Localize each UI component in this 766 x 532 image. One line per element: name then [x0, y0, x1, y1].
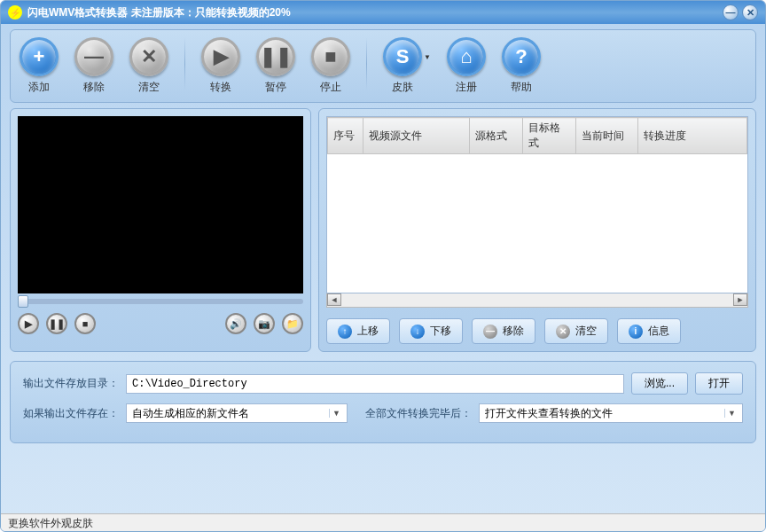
minus-icon: — — [483, 325, 497, 339]
help-button[interactable]: ?帮助 — [502, 37, 541, 95]
col-index[interactable]: 序号 — [328, 118, 363, 154]
after-convert-combo[interactable]: 打开文件夹查看转换的文件 ▼ — [479, 403, 743, 423]
play-icon: ▶ — [201, 37, 240, 76]
seek-slider[interactable] — [18, 299, 303, 304]
preview-stop-button[interactable]: ■ — [74, 313, 96, 334]
minimize-button[interactable]: — — [723, 4, 739, 20]
app-icon: ⚡ — [8, 5, 22, 20]
col-dstfmt[interactable]: 目标格式 — [523, 118, 576, 154]
info-button[interactable]: i信息 — [617, 318, 681, 344]
home-icon: ⌂ — [447, 37, 486, 76]
snapshot-button[interactable]: 📷 — [254, 313, 275, 334]
file-list-panel: 序号 视频源文件 源格式 目标格式 当前时间 转换进度 ◄ ► ↑上移 ↓下移 … — [318, 108, 756, 352]
output-dir-input[interactable] — [126, 374, 624, 394]
x-icon: ✕ — [129, 37, 168, 76]
x-icon: ✕ — [556, 325, 570, 339]
list-remove-button[interactable]: —移除 — [472, 318, 535, 344]
pause-icon: ❚❚ — [256, 37, 295, 76]
open-button[interactable]: 打开 — [695, 372, 743, 395]
output-dir-label: 输出文件存放目录： — [23, 376, 119, 391]
browse-button[interactable]: 浏览... — [631, 372, 688, 395]
question-icon: ? — [502, 37, 541, 76]
move-down-button[interactable]: ↓下移 — [399, 318, 463, 344]
arrow-up-icon: ↑ — [338, 325, 352, 339]
convert-button[interactable]: ▶转换 — [201, 37, 240, 95]
video-preview — [18, 116, 303, 293]
arrow-down-icon: ↓ — [410, 325, 425, 339]
separator — [184, 37, 185, 90]
plus-icon: + — [20, 37, 59, 76]
titlebar: ⚡ 闪电WMV格式转换器 未注册版本：只能转换视频的20% — ✕ — [1, 1, 765, 24]
output-settings-panel: 输出文件存放目录： 浏览... 打开 如果输出文件存在： 自动生成相应的新文件名… — [10, 361, 756, 443]
clear-button[interactable]: ✕清空 — [129, 37, 168, 95]
horizontal-scrollbar[interactable]: ◄ ► — [326, 293, 748, 308]
separator — [366, 37, 367, 90]
remove-button[interactable]: —移除 — [74, 37, 113, 95]
volume-button[interactable]: 🔊 — [225, 313, 246, 334]
minus-icon: — — [74, 37, 113, 76]
col-progress[interactable]: 转换进度 — [638, 118, 747, 154]
stop-icon: ■ — [311, 37, 350, 76]
window-title: 闪电WMV格式转换器 未注册版本：只能转换视频的20% — [27, 5, 291, 20]
preview-pause-button[interactable]: ❚❚ — [46, 313, 67, 334]
add-button[interactable]: +添加 — [20, 37, 59, 95]
file-exists-combo[interactable]: 自动生成相应的新文件名 ▼ — [126, 403, 348, 423]
seek-thumb[interactable] — [18, 295, 28, 308]
list-clear-button[interactable]: ✕清空 — [544, 318, 608, 344]
chevron-down-icon: ▼ — [724, 409, 739, 418]
close-button[interactable]: ✕ — [742, 4, 758, 20]
file-table[interactable]: 序号 视频源文件 源格式 目标格式 当前时间 转换进度 — [326, 116, 748, 293]
main-toolbar: +添加 —移除 ✕清空 ▶转换 ❚❚暂停 ■停止 S皮肤 ▼ ⌂注册 ?帮助 — [10, 29, 756, 103]
after-convert-label: 全部文件转换完毕后： — [365, 406, 472, 421]
preview-panel: ▶ ❚❚ ■ 🔊 📷 📁 — [10, 108, 311, 352]
file-exists-label: 如果输出文件存在： — [23, 406, 119, 421]
skin-button[interactable]: S皮肤 — [383, 37, 422, 95]
scroll-left-arrow[interactable]: ◄ — [327, 293, 341, 306]
register-button[interactable]: ⌂注册 — [447, 37, 486, 95]
skin-icon: S — [383, 37, 422, 76]
statusbar: 更换软件外观皮肤 — [1, 513, 765, 531]
skin-dropdown-arrow[interactable]: ▼ — [424, 53, 431, 61]
col-source[interactable]: 视频源文件 — [363, 118, 470, 154]
preview-play-button[interactable]: ▶ — [18, 313, 39, 334]
pause-button[interactable]: ❚❚暂停 — [256, 37, 295, 95]
move-up-button[interactable]: ↑上移 — [326, 318, 390, 344]
info-icon: i — [629, 325, 643, 339]
col-srcfmt[interactable]: 源格式 — [470, 118, 523, 154]
chevron-down-icon: ▼ — [329, 409, 343, 418]
scroll-right-arrow[interactable]: ► — [733, 293, 747, 306]
folder-button[interactable]: 📁 — [282, 313, 303, 334]
col-time[interactable]: 当前时间 — [576, 118, 638, 154]
stop-button[interactable]: ■停止 — [311, 37, 350, 95]
